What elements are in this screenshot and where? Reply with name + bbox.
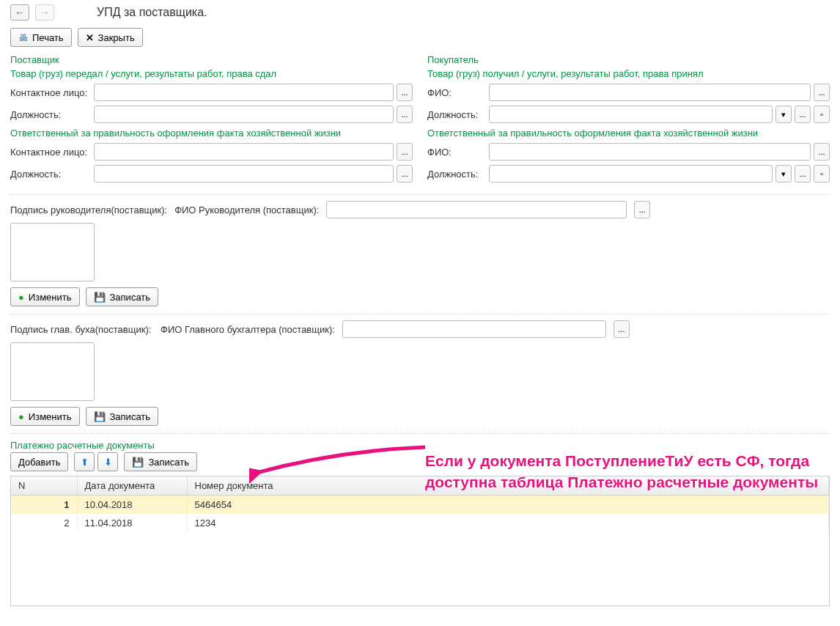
supplier-title: Поставщик bbox=[10, 54, 413, 65]
supplier-position-select[interactable]: ... bbox=[397, 106, 413, 123]
docs-table[interactable]: N Дата документа Номер документа 1 10.04… bbox=[11, 476, 829, 532]
supplier-sub2: Ответственный за правильность оформления… bbox=[10, 128, 413, 139]
supplier-contact2-input[interactable] bbox=[94, 143, 394, 161]
sig2-label: Подпись глав. буха(поставщик): bbox=[10, 324, 153, 335]
buyer-position2-input[interactable] bbox=[489, 165, 773, 183]
buyer-fio2-label: ФИО: bbox=[427, 147, 486, 158]
supplier-position2-select[interactable]: ... bbox=[397, 165, 413, 183]
supplier-position2-input[interactable] bbox=[94, 165, 394, 183]
sig2-fio-label: ФИО Главного бухгалтера (поставщик): bbox=[161, 324, 335, 335]
close-icon: ✕ bbox=[86, 32, 94, 43]
nav-back-button[interactable]: ← bbox=[10, 4, 29, 21]
table-row[interactable]: 2 11.04.2018 1234 bbox=[11, 514, 829, 532]
save-icon: 💾 bbox=[94, 411, 106, 422]
sig1-canvas[interactable] bbox=[10, 223, 95, 281]
buyer-sub2: Ответственный за правильность оформления… bbox=[427, 128, 830, 139]
buyer-position2-dropdown[interactable]: ▾ bbox=[775, 165, 792, 183]
arrow-up-icon: ⬆ bbox=[81, 457, 89, 468]
buyer-title: Покупатель bbox=[427, 54, 830, 65]
docs-title: Платежно расчетные документы bbox=[10, 440, 830, 451]
print-icon: 🖶 bbox=[18, 32, 28, 43]
buyer-position-dropdown[interactable]: ▾ bbox=[775, 106, 792, 123]
close-label: Закрыть bbox=[98, 32, 135, 43]
buyer-fio2-select[interactable]: ... bbox=[814, 143, 830, 161]
sig1-label: Подпись руководителя(поставщик): bbox=[10, 205, 167, 216]
supplier-position2-label: Должность: bbox=[10, 169, 91, 180]
buyer-fio2-input[interactable] bbox=[489, 143, 811, 161]
supplier-contact-select[interactable]: ... bbox=[397, 84, 413, 101]
plus-icon: ● bbox=[18, 411, 24, 422]
sig2-canvas[interactable] bbox=[10, 342, 95, 401]
buyer-position-open[interactable]: ▫ bbox=[814, 106, 830, 123]
sig1-change-button[interactable]: ● Изменить bbox=[10, 287, 80, 306]
supplier-sub1: Товар (груз) передал / услуги, результат… bbox=[10, 68, 413, 79]
supplier-contact-label: Контактное лицо: bbox=[10, 87, 91, 98]
close-button[interactable]: ✕ Закрыть bbox=[78, 28, 143, 47]
sig1-fio-select[interactable]: ... bbox=[634, 201, 650, 218]
save-icon: 💾 bbox=[94, 292, 106, 303]
move-up-button[interactable]: ⬆ bbox=[74, 452, 95, 471]
supplier-position-input[interactable] bbox=[94, 106, 394, 123]
sig2-save-button[interactable]: 💾 Записать bbox=[86, 407, 159, 426]
print-label: Печать bbox=[32, 32, 64, 43]
sig1-fio-label: ФИО Руководителя (поставщик): bbox=[174, 205, 319, 216]
supplier-contact2-select[interactable]: ... bbox=[397, 143, 413, 161]
sig1-fio-input[interactable] bbox=[326, 201, 627, 218]
buyer-position2-select[interactable]: ... bbox=[795, 165, 811, 183]
nav-forward-button[interactable]: → bbox=[35, 4, 54, 21]
buyer-position-input[interactable] bbox=[489, 106, 773, 123]
buyer-position-label: Должность: bbox=[427, 109, 486, 120]
supplier-contact2-label: Контактное лицо: bbox=[10, 147, 91, 158]
page-title: УПД за поставщика. bbox=[97, 6, 207, 19]
docs-save-button[interactable]: 💾 Записать bbox=[124, 452, 197, 471]
supplier-position-label: Должность: bbox=[10, 109, 91, 120]
buyer-position2-label: Должность: bbox=[427, 169, 486, 180]
col-date[interactable]: Дата документа bbox=[77, 476, 187, 496]
move-down-button[interactable]: ⬇ bbox=[97, 452, 118, 471]
arrow-down-icon: ⬇ bbox=[104, 457, 112, 468]
sig1-save-button[interactable]: 💾 Записать bbox=[86, 287, 159, 306]
buyer-position-select[interactable]: ... bbox=[795, 106, 811, 123]
col-num[interactable]: Номер документа bbox=[187, 476, 829, 496]
buyer-fio-select[interactable]: ... bbox=[814, 84, 830, 101]
plus-icon: ● bbox=[18, 292, 24, 303]
print-button[interactable]: 🖶 Печать bbox=[10, 28, 72, 47]
sig2-fio-input[interactable] bbox=[342, 320, 606, 338]
save-icon: 💾 bbox=[132, 457, 144, 468]
col-n[interactable]: N bbox=[11, 476, 77, 496]
buyer-position2-open[interactable]: ▫ bbox=[814, 165, 830, 183]
sig2-fio-select[interactable]: ... bbox=[614, 320, 630, 338]
buyer-fio-label: ФИО: bbox=[427, 87, 486, 98]
buyer-sub1: Товар (груз) получил / услуги, результат… bbox=[427, 68, 830, 79]
supplier-contact-input[interactable] bbox=[94, 84, 394, 101]
buyer-fio-input[interactable] bbox=[489, 84, 811, 101]
sig2-change-button[interactable]: ● Изменить bbox=[10, 407, 80, 426]
docs-add-button[interactable]: Добавить bbox=[10, 452, 68, 471]
table-row[interactable]: 1 10.04.2018 5464654 bbox=[11, 496, 829, 515]
